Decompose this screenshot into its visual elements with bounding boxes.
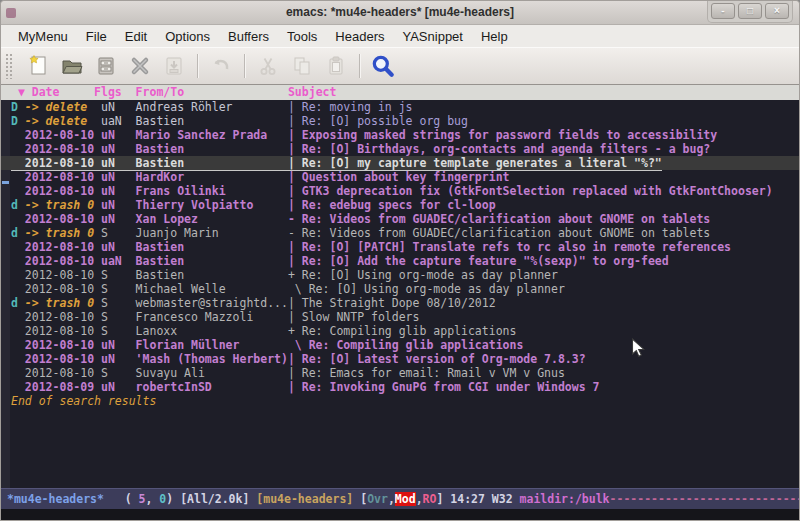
copy-button[interactable] (285, 51, 319, 81)
menu-bar: MyMenuFileEditOptionsBuffersToolsHeaders… (1, 25, 799, 47)
message-row[interactable]: 2012-08-10SBastien+ Re: [O] Using org-mo… (1, 268, 799, 282)
headers-column-titles: ▼ Date Flgs From/To Subject (1, 85, 799, 100)
toolbar-grip[interactable] (5, 53, 13, 79)
message-row[interactable]: 2012-08-10uNHardKor| Question about key … (1, 170, 799, 184)
open-folder-button[interactable] (55, 51, 89, 81)
paste-button[interactable] (319, 51, 353, 81)
menu-item-edit[interactable]: Edit (116, 27, 156, 46)
window-title: emacs: *mu4e-headers* [mu4e-headers] (1, 1, 799, 24)
echo-area (1, 509, 799, 520)
emacs-frame: ▼ Date Flgs From/To Subject D-> deleteuN… (1, 85, 799, 520)
menu-item-buffers[interactable]: Buffers (219, 27, 278, 46)
search-icon (370, 53, 396, 79)
maximize-button[interactable]: □ (738, 3, 762, 19)
title-bar[interactable]: emacs: *mu4e-headers* [mu4e-headers] - □… (1, 1, 799, 25)
message-row[interactable]: 2012-08-10uN'Mash (Thomas Herbert)| Re: … (1, 352, 799, 366)
undo-button[interactable] (204, 51, 238, 81)
save-as-button[interactable] (157, 51, 191, 81)
mouse-cursor (631, 338, 646, 359)
modeline-segment: , (388, 492, 395, 506)
message-row[interactable]: 2012-08-10SMichael Welle \ Re: [O] Using… (1, 282, 799, 296)
mode-line: *mu4e-headers* ( 5, 0) [All/2.0k] [mu4e-… (1, 488, 799, 509)
menu-item-headers[interactable]: Headers (326, 27, 393, 46)
message-row[interactable]: 2012-08-10uNBastien| Re: [O] Birthdays, … (1, 142, 799, 156)
message-row[interactable]: 2012-08-10uNMario Sanchez Prada| Exposin… (1, 128, 799, 142)
modeline-segment: maildir:/bulk (520, 492, 610, 506)
message-row[interactable]: 2012-08-10uNFlorian Müllner \ Re: Compil… (1, 338, 799, 352)
paste-icon (324, 54, 348, 78)
modeline-segment: [All/2.0k] (180, 492, 256, 506)
modeline-segment: Ovr (367, 492, 388, 506)
open-folder-icon (60, 54, 84, 78)
message-row[interactable]: d-> trash 0uNThierry Volpiatto| Re: edeb… (1, 198, 799, 212)
message-row[interactable]: 2012-08-10uaNBastien| Re: [O] Add the ca… (1, 254, 799, 268)
save-down-icon (162, 54, 186, 78)
message-row[interactable]: D-> deleteuaNBastien| Re: [O] possible o… (1, 114, 799, 128)
message-row[interactable]: d-> trash 0Swebmaster@straightd...| The … (1, 296, 799, 310)
message-row[interactable]: 2012-08-10uNBastien| Re: [O] my capture … (1, 156, 799, 170)
toolbar-separator (359, 54, 360, 78)
save-button[interactable] (89, 51, 123, 81)
menu-item-mymenu[interactable]: MyMenu (9, 27, 77, 46)
message-row[interactable]: d-> trash 0SJuanjo Marin- Re: Videos fro… (1, 226, 799, 240)
emacs-window: emacs: *mu4e-headers* [mu4e-headers] - □… (0, 0, 800, 521)
menu-item-tools[interactable]: Tools (278, 27, 326, 46)
message-list: D-> deleteuNAndreas Röhler| Re: moving i… (1, 100, 799, 408)
modeline-segment: ( (104, 492, 139, 506)
modeline-segment: ] (436, 492, 450, 506)
close-icon (128, 54, 152, 78)
message-row[interactable]: 2012-08-10SLanoxx+ Re: Compiling glib ap… (1, 324, 799, 338)
modeline-segment: 14:27 W32 (450, 492, 519, 506)
new-file-icon (26, 54, 50, 78)
message-row[interactable]: 2012-08-10uNFrans Oilinki| GTK3 deprecat… (1, 184, 799, 198)
undo-icon (209, 54, 233, 78)
toolbar-separator (244, 54, 245, 78)
copy-icon (290, 54, 314, 78)
save-icon (94, 54, 118, 78)
modeline-segment: [ (353, 492, 367, 506)
menu-item-yasnippet[interactable]: YASnippet (393, 27, 471, 46)
message-row[interactable]: D-> deleteuNAndreas Röhler| Re: moving i… (1, 100, 799, 114)
menu-item-help[interactable]: Help (472, 27, 517, 46)
message-row[interactable]: 2012-08-10SFrancesco Mazzoli| Slow NNTP … (1, 310, 799, 324)
close-button[interactable]: × (765, 3, 789, 19)
search-button[interactable] (366, 51, 400, 81)
message-row[interactable]: 2012-08-09uNrobertcInSD| Re: Invoking Gn… (1, 380, 799, 394)
window-controls: - □ × (707, 1, 793, 23)
cut-icon (256, 54, 280, 78)
message-row[interactable]: 2012-08-10uNBastien| Re: [O] [PATCH] Tra… (1, 240, 799, 254)
tool-bar (1, 47, 799, 85)
modeline-segment: , (146, 492, 160, 506)
modeline-segment: *mu4e-headers* (7, 492, 104, 506)
modeline-segment: ) (166, 492, 180, 506)
close-buffer-button[interactable] (123, 51, 157, 81)
window-icon (6, 8, 16, 18)
toolbar-separator (197, 54, 198, 78)
modeline-segment: [mu4e-headers] (256, 492, 353, 506)
modeline-segment: ---------------------------------------- (610, 492, 799, 506)
modeline-segment: 5 (139, 492, 146, 506)
new-file-button[interactable] (21, 51, 55, 81)
modeline-segment: , (416, 492, 423, 506)
message-row[interactable]: 2012-08-10SSuvayu Ali| Re: Emacs for ema… (1, 366, 799, 380)
menu-item-options[interactable]: Options (156, 27, 219, 46)
cut-button[interactable] (251, 51, 285, 81)
message-row[interactable]: 2012-08-10uNXan Lopez- Re: Videos from G… (1, 212, 799, 226)
minimize-button[interactable]: - (711, 3, 735, 19)
modeline-segment: RO (423, 492, 437, 506)
end-of-results: End of search results (1, 394, 799, 408)
menu-item-file[interactable]: File (77, 27, 116, 46)
modeline-segment: Mod (395, 492, 416, 506)
